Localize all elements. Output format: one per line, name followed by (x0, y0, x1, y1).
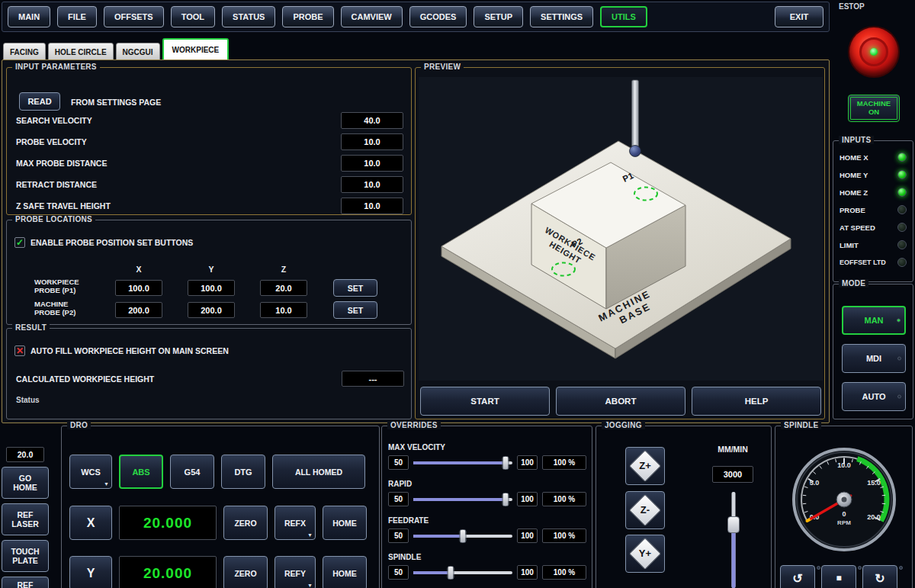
enable-set-buttons-label: ENABLE PROBE POSITION SET BUTTONS (30, 238, 193, 247)
rapid-slider[interactable] (413, 493, 512, 506)
start-button[interactable]: START (420, 387, 550, 416)
ref-button[interactable]: REF (2, 577, 49, 588)
help-button[interactable]: HELP (692, 387, 821, 416)
menu-tool[interactable]: TOOL (171, 6, 215, 27)
menu-settings[interactable]: SETTINGS (530, 6, 593, 27)
jog-y-plus-button[interactable]: Y+ (625, 535, 665, 573)
y-ref-button[interactable]: REFY▼ (274, 556, 316, 588)
feedrate-max: 100 (517, 529, 538, 543)
jog-rate-slider-thumb[interactable] (727, 516, 740, 533)
p1-z-field[interactable]: 20.0 (260, 280, 307, 296)
x-zero-button[interactable]: ZERO (223, 506, 268, 540)
y-axis-button[interactable]: Y (69, 556, 112, 588)
probe-velocity-field[interactable]: 10.0 (341, 133, 403, 150)
z-safe-height-field[interactable]: 10.0 (341, 198, 403, 214)
jog-z-minus-button[interactable]: Z- (625, 491, 665, 529)
read-caption: FROM SETTINGS PAGE (71, 98, 161, 107)
machine-on-label: MACHINE ON (857, 100, 891, 117)
max-probe-distance-field[interactable]: 10.0 (341, 155, 403, 172)
input-label-eoffset: EOFFSET LTD (840, 259, 886, 266)
p2-x-field[interactable]: 200.0 (115, 302, 162, 318)
dtg-button[interactable]: DTG (221, 455, 265, 489)
spindle-max: 100 (517, 565, 538, 580)
menu-status[interactable]: STATUS (222, 6, 275, 27)
tab-workpiece[interactable]: WORKPIECE (162, 38, 230, 62)
chevron-down-icon: ▼ (104, 481, 109, 487)
rapid-label: RAPID (388, 480, 412, 488)
autofill-height-checkbox[interactable]: ✕ (14, 345, 25, 356)
wcs-button[interactable]: WCS▼ (69, 455, 112, 489)
ref-laser-button[interactable]: REF LASER (2, 503, 49, 535)
p1-set-button[interactable]: SET (333, 279, 377, 297)
spindle-override-slider[interactable] (413, 566, 512, 580)
mode-man-button[interactable]: MAN (842, 306, 906, 335)
ref-laser-label: REF LASER (11, 510, 39, 529)
p2-y-field[interactable]: 200.0 (188, 302, 235, 318)
ref-label: REF (18, 580, 34, 588)
g54-button[interactable]: G54 (170, 455, 214, 489)
jog-rate-field[interactable]: 3000 (712, 466, 753, 483)
menu-offsets[interactable]: OFFSETS (104, 6, 164, 27)
preview-title: PREVIEW (421, 63, 464, 71)
menu-utils[interactable]: UTILS (600, 6, 647, 27)
calculated-height-label: CALCULATED WORKPIECE HEIGHT (16, 374, 154, 384)
x-ref-button[interactable]: REFX▼ (274, 506, 316, 540)
menu-main[interactable]: MAIN (8, 6, 50, 27)
y-zero-button[interactable]: ZERO (223, 556, 268, 588)
abs-button[interactable]: ABS (119, 455, 163, 489)
retract-distance-field[interactable]: 10.0 (341, 176, 403, 193)
x-axis-button[interactable]: X (69, 506, 112, 540)
jog-rate-unit-label: MM/MIN (698, 445, 767, 454)
estop-button[interactable] (849, 27, 898, 76)
home-y-led (897, 170, 907, 179)
y-home-button[interactable]: HOME (323, 556, 367, 588)
input-label-limit: LIMIT (840, 241, 859, 249)
p1-y-field[interactable]: 100.0 (188, 280, 235, 296)
gauge-tick-20: 20.0 (867, 513, 881, 521)
menu-camview[interactable]: CAMVIEW (341, 6, 403, 27)
menu-gcodes[interactable]: GCODES (409, 6, 467, 27)
spindle-rpm-gauge: 0.0 5.0 10.0 15.0 20.0 0 RPM (782, 437, 907, 562)
menu-probe[interactable]: PROBE (282, 6, 333, 27)
p1-x-field[interactable]: 100.0 (115, 280, 162, 296)
feedrate-percent: 100 % (542, 529, 586, 543)
rapid-min: 50 (388, 492, 409, 506)
spindle-reverse-button[interactable]: ↺ (780, 565, 815, 588)
input-parameters-group: INPUT PARAMETERS READ FROM SETTINGS PAGE… (6, 67, 412, 215)
jog-z-plus-button[interactable]: Z+ (625, 447, 665, 485)
touch-plate-button[interactable]: TOUCH PLATE (2, 540, 49, 572)
spindle-forward-led (899, 566, 903, 570)
feedrate-slider[interactable] (413, 529, 512, 543)
max-velocity-slider[interactable] (413, 456, 512, 470)
jog-y-plus-label: Y+ (626, 548, 664, 559)
spindle-forward-button[interactable]: ↻ (862, 565, 897, 588)
abort-button[interactable]: ABORT (556, 387, 685, 416)
spindle-min: 50 (388, 565, 409, 580)
x-axis-dro-display: 20.000 (119, 506, 217, 540)
jog-z-minus-label: Z- (626, 504, 664, 516)
mdi-indicator-led (897, 357, 901, 361)
laser-offset-field[interactable]: 20.0 (6, 447, 44, 462)
p2-z-field[interactable]: 10.0 (260, 302, 307, 318)
menu-setup[interactable]: SETUP (474, 6, 523, 27)
search-velocity-field[interactable]: 40.0 (341, 112, 403, 129)
machine-on-button[interactable]: MACHINE ON (848, 95, 900, 122)
all-homed-button[interactable]: ALL HOMED (272, 455, 365, 489)
home-x-led (897, 153, 907, 162)
mode-group: MODE MAN MDI AUTO (833, 284, 913, 419)
p2-set-button[interactable]: SET (333, 301, 377, 319)
read-button[interactable]: READ (19, 92, 60, 111)
menu-file[interactable]: FILE (57, 6, 97, 27)
spindle-stop-button[interactable]: ■ (821, 565, 856, 588)
x-home-button[interactable]: HOME (323, 506, 367, 540)
mode-mdi-button[interactable]: MDI (842, 344, 906, 373)
mode-auto-button[interactable]: AUTO (842, 382, 906, 411)
go-home-button[interactable]: GO HOME (2, 467, 49, 499)
enable-set-buttons-checkbox[interactable]: ✓ (14, 237, 25, 248)
probe-rod (632, 80, 639, 147)
exit-button[interactable]: EXIT (775, 6, 824, 27)
jog-rate-slider[interactable] (727, 492, 740, 588)
calculated-height-field: --- (342, 371, 404, 387)
mode-auto-label: AUTO (862, 392, 886, 401)
jogging-group-title: JOGGING (602, 421, 645, 429)
